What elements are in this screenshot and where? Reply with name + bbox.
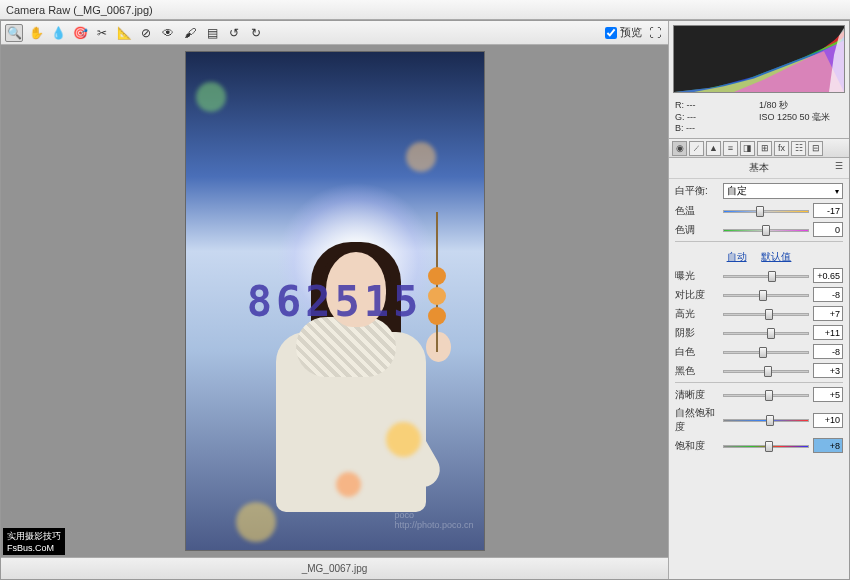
wb-tool-icon[interactable]: 💧 [49, 24, 67, 42]
meta-shutter: 1/80 秒 [759, 100, 843, 112]
panel-tabs: ◉ ⟋ ▲ ≡ ◨ ⊞ fx ☷ ⊟ [669, 138, 849, 158]
rotate-cw-icon[interactable]: ↻ [247, 24, 265, 42]
clarity-value[interactable]: +5 [813, 387, 843, 402]
exposure-label: 曝光 [675, 269, 723, 283]
tab-fx-icon[interactable]: fx [774, 141, 789, 156]
titlebar: Camera Raw (_MG_0067.jpg) [0, 0, 850, 20]
blacks-label: 黑色 [675, 364, 723, 378]
window-title: Camera Raw (_MG_0067.jpg) [6, 4, 153, 16]
crop-tool-icon[interactable]: ✂ [93, 24, 111, 42]
tab-calib-icon[interactable]: ☷ [791, 141, 806, 156]
exposure-value[interactable]: +0.65 [813, 268, 843, 283]
highlights-value[interactable]: +7 [813, 306, 843, 321]
zoom-tool-icon[interactable]: 🔍 [5, 24, 23, 42]
meta-r: R: --- [675, 100, 759, 112]
wb-label: 白平衡: [675, 184, 723, 198]
tint-label: 色调 [675, 223, 723, 237]
vibrance-label: 自然饱和度 [675, 406, 723, 434]
meta-g: G: --- [675, 112, 759, 124]
panel-title: 基本 [669, 158, 849, 179]
clarity-slider[interactable] [723, 388, 809, 402]
canvas[interactable]: poco http://photo.poco.cn 862515 实用摄影技巧 … [1, 45, 668, 557]
temp-value[interactable]: -17 [813, 203, 843, 218]
tab-split-icon[interactable]: ◨ [740, 141, 755, 156]
meta-b: B: --- [675, 123, 759, 135]
clarity-label: 清晰度 [675, 388, 723, 402]
contrast-value[interactable]: -8 [813, 287, 843, 302]
tab-hsl-icon[interactable]: ≡ [723, 141, 738, 156]
corner-watermark: 实用摄影技巧 FsBus.CoM [3, 528, 65, 555]
redeye-tool-icon[interactable]: 👁 [159, 24, 177, 42]
whites-label: 白色 [675, 345, 723, 359]
exposure-slider[interactable] [723, 269, 809, 283]
adjust-brush-icon[interactable]: 🖌 [181, 24, 199, 42]
app-window: Camera Raw (_MG_0067.jpg) 🔍 ✋ 💧 🎯 ✂ 📐 ⊘ … [0, 0, 850, 580]
fullscreen-icon[interactable]: ⛶ [646, 24, 664, 42]
filename-label: _MG_0067.jpg [302, 563, 368, 574]
main-area: 🔍 ✋ 💧 🎯 ✂ 📐 ⊘ 👁 🖌 ▤ ↺ ↻ 预览 ⛶ [1, 21, 669, 579]
highlights-label: 高光 [675, 307, 723, 321]
color-sampler-icon[interactable]: 🎯 [71, 24, 89, 42]
vibrance-slider[interactable] [723, 413, 809, 427]
tint-slider[interactable] [723, 223, 809, 237]
spot-tool-icon[interactable]: ⊘ [137, 24, 155, 42]
rotate-ccw-icon[interactable]: ↺ [225, 24, 243, 42]
blacks-slider[interactable] [723, 364, 809, 378]
shadows-label: 阴影 [675, 326, 723, 340]
meta-iso: ISO 1250 50 毫米 [759, 112, 843, 124]
auto-link[interactable]: 自动 [727, 251, 747, 262]
whites-value[interactable]: -8 [813, 344, 843, 359]
saturation-slider[interactable] [723, 439, 809, 453]
hand-tool-icon[interactable]: ✋ [27, 24, 45, 42]
temp-label: 色温 [675, 204, 723, 218]
temp-slider[interactable] [723, 204, 809, 218]
tab-curve-icon[interactable]: ⟋ [689, 141, 704, 156]
saturation-label: 饱和度 [675, 439, 723, 453]
basic-panel: 白平衡: 自定 色温 -17 色调 0 自动 默认值 [669, 179, 849, 461]
straighten-tool-icon[interactable]: 📐 [115, 24, 133, 42]
overlay-text: 862515 [247, 277, 423, 326]
blacks-value[interactable]: +3 [813, 363, 843, 378]
tab-detail-icon[interactable]: ▲ [706, 141, 721, 156]
tint-value[interactable]: 0 [813, 222, 843, 237]
histogram[interactable] [673, 25, 845, 93]
highlights-slider[interactable] [723, 307, 809, 321]
photo-preview: poco http://photo.poco.cn 862515 [185, 51, 485, 551]
metadata: R: --- G: --- B: --- 1/80 秒 ISO 1250 50 … [669, 97, 849, 138]
vibrance-value[interactable]: +10 [813, 413, 843, 428]
contrast-label: 对比度 [675, 288, 723, 302]
contrast-slider[interactable] [723, 288, 809, 302]
shadows-slider[interactable] [723, 326, 809, 340]
saturation-value[interactable]: +8 [813, 438, 843, 453]
grad-filter-icon[interactable]: ▤ [203, 24, 221, 42]
side-panel: R: --- G: --- B: --- 1/80 秒 ISO 1250 50 … [669, 21, 849, 579]
tab-preset-icon[interactable]: ⊟ [808, 141, 823, 156]
app-body: 🔍 ✋ 💧 🎯 ✂ 📐 ⊘ 👁 🖌 ▤ ↺ ↻ 预览 ⛶ [0, 20, 850, 580]
preview-checkbox[interactable]: 预览 [605, 25, 642, 40]
toolbar: 🔍 ✋ 💧 🎯 ✂ 📐 ⊘ 👁 🖌 ▤ ↺ ↻ 预览 ⛶ [1, 21, 668, 45]
tab-lens-icon[interactable]: ⊞ [757, 141, 772, 156]
preview-checkbox-input[interactable] [605, 27, 617, 39]
preview-label: 预览 [620, 25, 642, 40]
default-link[interactable]: 默认值 [761, 251, 791, 262]
auto-links: 自动 默认值 [675, 246, 843, 268]
whites-slider[interactable] [723, 345, 809, 359]
photo-watermark: poco http://photo.poco.cn [394, 510, 473, 530]
wb-select[interactable]: 自定 [723, 183, 843, 199]
shadows-value[interactable]: +11 [813, 325, 843, 340]
tab-basic-icon[interactable]: ◉ [672, 141, 687, 156]
filmstrip: _MG_0067.jpg [1, 557, 668, 579]
